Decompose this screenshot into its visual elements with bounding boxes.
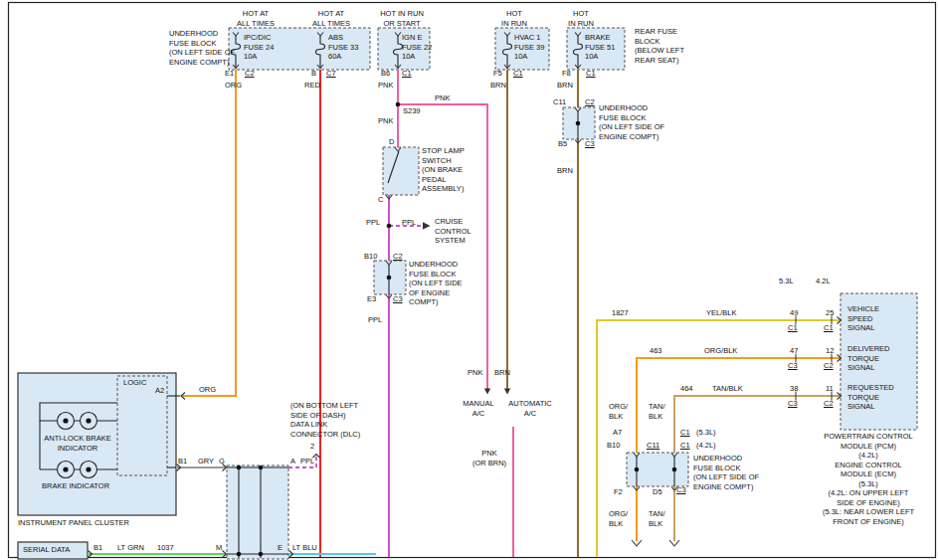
delivered-torque-signal-label: DELIVERED TORQUE SIGNAL (847, 344, 890, 373)
connector-c1: C1 (680, 441, 690, 451)
splice-s239-label: S239 (403, 106, 421, 116)
pin-c11: C11 (553, 97, 566, 107)
wire-pnk-label-1: PNK (378, 81, 393, 91)
circuit-1827: 1827 (612, 308, 629, 318)
pin-d5: D5 (653, 487, 662, 497)
pin-g: G (219, 457, 225, 467)
circuit-1037: 1037 (157, 543, 174, 553)
wire-brn-label-2: BRN (557, 81, 573, 91)
automatic-ac-label: AUTOMATIC A/C (503, 399, 557, 418)
power-label-4: HOT IN RUN (493, 9, 535, 28)
requested-torque-signal-label: REQUESTED TORQUE SIGNAL (847, 383, 894, 412)
wire-brn-label-3: BRN (557, 166, 573, 176)
pin-a: A (290, 457, 295, 467)
wire-orgblk-label-3: ORG/ BLK (609, 509, 628, 528)
underhood-fuse-block-mid-label: UNDERHOOD FUSE BLOCK (ON LEFT SIDE OF EN… (409, 260, 463, 307)
vehicle-speed-signal-label: VEHICLE SPEED SIGNAL (847, 304, 879, 333)
wire-pnk-label-2: PNK (435, 93, 450, 103)
wire-tanblk-label: TAN/BLK (712, 384, 743, 394)
brake-indicator-label: BRAKE INDICATOR (42, 481, 109, 491)
pin-c: C (378, 195, 383, 205)
power-label-5: HOT IN RUN (560, 9, 602, 28)
pin-25: 25 (826, 308, 834, 318)
diagram-canvas (0, 0, 938, 560)
pin-47: 47 (790, 346, 798, 356)
power-label-3: HOT IN RUN OR START (375, 9, 429, 28)
connector-c1: C1 (680, 428, 690, 438)
wire-yelblk-label: YEL/BLK (706, 308, 736, 318)
logic-label: LOGIC (123, 378, 146, 388)
manual-ac-arrow (484, 389, 490, 395)
pin-f2: F2 (614, 487, 623, 497)
pin-38: 38 (790, 384, 798, 394)
connector-c1: C1 (402, 69, 412, 79)
rear-fuse-block-label: REAR FUSE BLOCK (BELOW LEFT REAR SEAT) (635, 27, 684, 65)
circuit-463: 463 (650, 346, 662, 356)
fuse-33-label: ABS FUSE 33 60A (328, 33, 358, 62)
wire-pnk-label-4: PNK (468, 368, 482, 378)
manual-ac-label: MANUAL A/C (459, 399, 498, 418)
pin-12: 12 (826, 346, 834, 356)
wiring-diagram: HOT AT ALL TIMES HOT AT ALL TIMES HOT IN… (0, 0, 938, 560)
engine-42-label: 4.2L (816, 277, 831, 286)
wire-brn-label-4: BRN (494, 368, 510, 378)
connector-c7: C7 (326, 69, 336, 79)
fuse-22-label: IGN E FUSE 22 10A (402, 33, 432, 62)
pin-a7: A7 (613, 428, 622, 438)
pin-b1-serial: B1 (94, 543, 102, 553)
cruise-control-label: CRUISE CONTROL SYSTEM (435, 217, 471, 246)
pin-49: 49 (790, 308, 798, 318)
connector-c2: C2 (824, 361, 834, 371)
pin-e3: E3 (367, 294, 376, 304)
wire-org-label-2: ORG (199, 385, 216, 395)
connector-c1: C1 (788, 323, 798, 333)
pin-m: M (216, 543, 222, 553)
engine-53-label: 5.3L (779, 277, 794, 286)
wire-pnk-label-3: PNK (378, 116, 393, 126)
connector-c1: C1 (513, 69, 523, 79)
wire-orgblk-label-2: ORG/ BLK (609, 402, 628, 421)
pin-e1: E1 (225, 69, 234, 79)
connector-c3: C3 (676, 485, 686, 495)
connector-c2: C2 (393, 252, 403, 262)
wire-org-label-1: ORG (225, 81, 242, 91)
splice-s239-dot (396, 102, 401, 107)
wire-gry-label: GRY (198, 457, 214, 467)
wire-pnk-or-brn-label: PNK (OR BRN) (462, 449, 517, 467)
connector-c11: C11 (647, 441, 659, 451)
variant-42-label: (4.2L) (696, 441, 716, 451)
wire-org (182, 70, 236, 396)
pin-b: B (311, 69, 316, 79)
pin-2: 2 (310, 442, 314, 452)
stop-lamp-switch-box (383, 147, 419, 195)
circuit-464: 464 (680, 384, 693, 394)
dlc-label: (ON BOTTOM LEFT SIDE OF DASH) DATA LINK … (290, 401, 360, 439)
connector-c3: C3 (788, 399, 798, 409)
fuse-39-label: HVAC 1 FUSE 39 10A (514, 33, 544, 62)
pin-b10: B10 (364, 252, 377, 262)
pin-b6: B6 (381, 69, 390, 79)
wire-tanblk-label-3: TAN/ BLK (649, 509, 665, 528)
instrument-panel-cluster-label: INSTRUMENT PANEL CLUSTER (18, 518, 129, 528)
connector-c2: C2 (824, 399, 834, 409)
serial-data-label: SERIAL DATA (23, 545, 70, 555)
wire-ppl-label-3: PPL (368, 315, 382, 325)
wire-ltgrn-label: LT GRN (117, 543, 144, 553)
pin-b1: B1 (178, 457, 187, 467)
connector-c3: C3 (788, 361, 798, 371)
connector-c1: C1 (824, 323, 834, 333)
power-label-1: HOT AT ALL TIMES (233, 9, 279, 28)
auto-ac-arrow (504, 389, 510, 395)
component-boxes (18, 28, 917, 559)
pin-11: 11 (826, 384, 834, 394)
pcm-caption: POWERTRAIN CONTROL MODULE (PCM) (4.2L) E… (804, 432, 933, 526)
connector-c3: C3 (585, 139, 595, 149)
connector-c2: C2 (585, 97, 595, 107)
underhood-fuse-block-pcm-label: UNDERHOOD FUSE BLOCK (ON LEFT SIDE OF EN… (693, 454, 759, 491)
power-label-2: HOT AT ALL TIMES (308, 9, 354, 28)
wire-ppl-label-4: PPL (300, 457, 314, 467)
underhood-fuse-block-label: UNDERHOOD FUSE BLOCK (ON LEFT SIDE OF EN… (169, 29, 235, 67)
wire-red-label: RED (304, 81, 320, 91)
pin-e: E (278, 543, 282, 553)
pin-b5: B5 (558, 139, 567, 149)
